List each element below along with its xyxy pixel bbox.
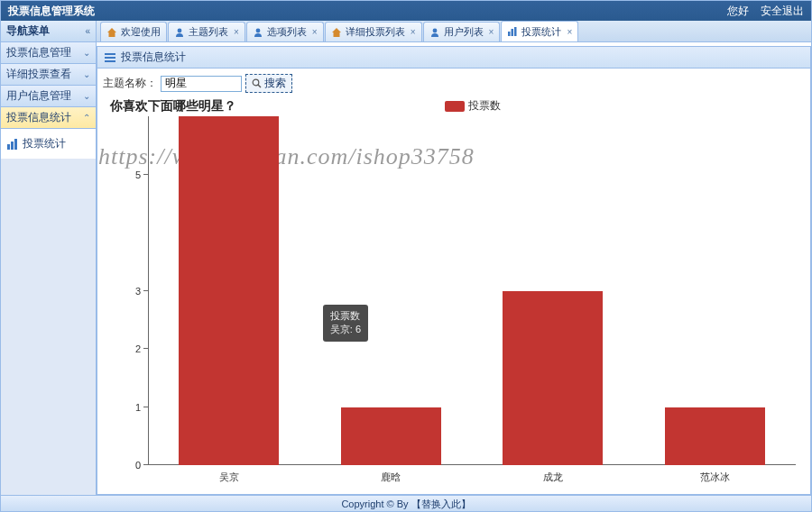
bar-0[interactable]	[179, 116, 279, 465]
y-tick: 1	[130, 402, 141, 413]
tab-5[interactable]: 投票统计×	[501, 21, 578, 41]
tab-label: 投票统计	[521, 25, 561, 39]
tab-label: 详细投票列表	[346, 25, 405, 39]
panel-title: 投票信息统计	[121, 50, 186, 65]
footer: Copyright © By 【替换入此】	[1, 495, 811, 511]
sidebar-item-user-manage[interactable]: 用户信息管理 ⌄	[1, 86, 96, 107]
tabstrip: 欢迎使用主题列表×选项列表×详细投票列表×用户列表×投票统计×	[97, 21, 811, 42]
tab-label: 主题列表	[189, 25, 228, 39]
search-input[interactable]	[161, 76, 242, 92]
y-tick: 2	[130, 343, 141, 354]
user-icon	[174, 27, 185, 38]
user-icon	[253, 27, 263, 38]
close-icon[interactable]: ×	[489, 27, 494, 37]
svg-rect-8	[514, 27, 517, 36]
svg-rect-2	[14, 139, 17, 150]
tab-label: 用户列表	[444, 25, 484, 39]
y-tick: 3	[130, 286, 141, 297]
home-icon	[331, 27, 342, 38]
home-icon	[106, 27, 117, 38]
bar-2[interactable]	[503, 291, 603, 466]
tab-2[interactable]: 选项列表×	[246, 22, 324, 41]
svg-rect-11	[105, 60, 115, 62]
bar-1[interactable]	[341, 407, 441, 465]
sidebar-header: 导航菜单 «	[1, 21, 96, 42]
y-tick-mark	[143, 348, 148, 349]
app-title: 投票信息管理系统	[8, 4, 718, 19]
sidebar-header-label: 导航菜单	[6, 23, 85, 39]
tab-4[interactable]: 用户列表×	[423, 22, 501, 41]
sidebar-leaf-label: 投票统计	[23, 136, 66, 151]
searchbar: 主题名称： 搜索	[103, 74, 805, 98]
svg-point-3	[178, 28, 182, 32]
svg-line-13	[258, 85, 261, 87]
y-tick-mark	[143, 464, 148, 465]
magnifier-icon	[252, 78, 262, 88]
x-category: 吴京	[219, 471, 239, 484]
user-icon	[429, 27, 440, 38]
y-axis	[148, 116, 149, 465]
legend-swatch	[445, 101, 465, 112]
close-icon[interactable]: ×	[312, 27, 318, 37]
svg-rect-0	[7, 144, 10, 150]
y-tick: 5	[130, 169, 141, 180]
svg-rect-9	[105, 53, 115, 55]
close-icon[interactable]: ×	[411, 27, 416, 37]
y-tick-mark	[143, 174, 148, 175]
y-tick: 0	[130, 460, 141, 471]
plot-area: https://www.huzhan.com/ishop33758 01235吴…	[148, 116, 796, 465]
legend[interactable]: 投票数	[445, 98, 501, 114]
tooltip: 投票数吴京: 6	[323, 305, 368, 342]
watermark: https://www.huzhan.com/ishop33758	[98, 143, 475, 170]
sidebar-item-vote-manage[interactable]: 投票信息管理 ⌄	[1, 42, 96, 64]
bar-3[interactable]	[665, 407, 765, 465]
search-label: 主题名称：	[103, 76, 157, 91]
tab-1[interactable]: 主题列表×	[168, 22, 245, 41]
x-category: 鹿晗	[381, 471, 401, 484]
topbar: 投票信息管理系统 您好 安全退出	[1, 1, 811, 21]
sidebar-item-vote-stats[interactable]: 投票信息统计 ⌃	[1, 107, 96, 129]
panel-title-bar: 投票信息统计	[97, 46, 811, 69]
sidebar: 导航菜单 « 投票信息管理 ⌄ 详细投票查看 ⌄ 用户信息管理 ⌄ 投票信息统计…	[1, 21, 97, 495]
search-button[interactable]: 搜索	[245, 74, 292, 93]
svg-rect-7	[512, 29, 514, 36]
svg-point-4	[255, 28, 260, 32]
chart-title: 你喜欢下面哪些明星？	[110, 98, 236, 114]
tab-label: 欢迎使用	[121, 25, 161, 39]
collapse-icon[interactable]: «	[85, 26, 90, 36]
sidebar-item-detail-view[interactable]: 详细投票查看 ⌄	[1, 64, 96, 86]
chart-icon	[6, 138, 19, 151]
x-category: 范冰冰	[700, 471, 730, 484]
legend-label: 投票数	[468, 98, 501, 114]
close-icon[interactable]: ×	[234, 27, 239, 37]
svg-rect-10	[105, 57, 115, 59]
close-icon[interactable]: ×	[567, 27, 572, 37]
chevron-down-icon: ⌄	[83, 69, 90, 79]
hello-link[interactable]: 您好	[727, 5, 749, 17]
svg-point-12	[253, 79, 259, 86]
svg-rect-6	[508, 32, 511, 36]
chevron-up-icon: ⌃	[83, 113, 90, 123]
svg-rect-1	[11, 142, 14, 150]
chevron-down-icon: ⌄	[83, 91, 90, 101]
logout-link[interactable]: 安全退出	[761, 5, 804, 17]
chart-icon	[507, 26, 518, 37]
tab-3[interactable]: 详细投票列表×	[325, 22, 422, 41]
x-category: 成龙	[543, 471, 563, 484]
y-tick-mark	[143, 290, 148, 291]
chevron-down-icon: ⌄	[83, 48, 90, 58]
tab-0[interactable]: 欢迎使用	[100, 22, 167, 41]
chart: 你喜欢下面哪些明星？ 投票数 https://www.huzhan.com/is…	[103, 98, 805, 489]
tab-label: 选项列表	[267, 25, 307, 39]
list-icon	[105, 52, 115, 63]
svg-point-5	[432, 28, 437, 32]
y-tick-mark	[143, 407, 148, 407]
sidebar-leaf-vote-stats[interactable]: 投票统计	[6, 134, 90, 153]
